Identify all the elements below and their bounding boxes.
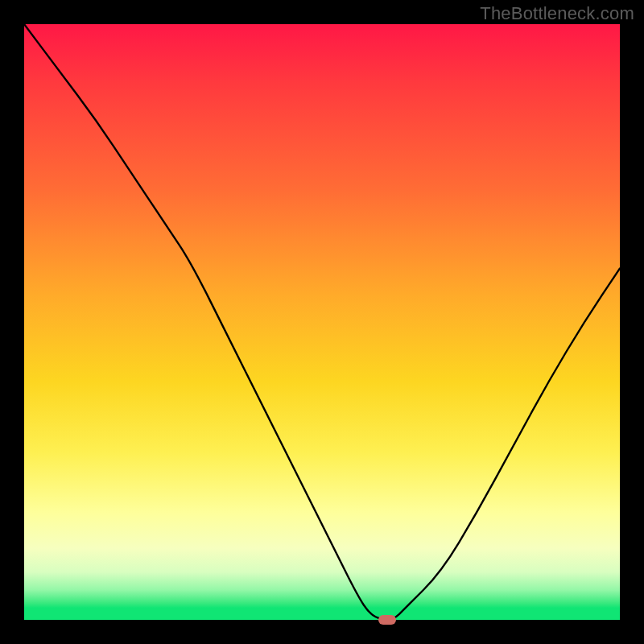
plot-area [24, 24, 620, 620]
bottleneck-curve [24, 24, 620, 620]
chart-frame: TheBottleneck.com [0, 0, 644, 644]
watermark-text: TheBottleneck.com [480, 3, 634, 24]
optimal-point-marker [378, 615, 396, 625]
